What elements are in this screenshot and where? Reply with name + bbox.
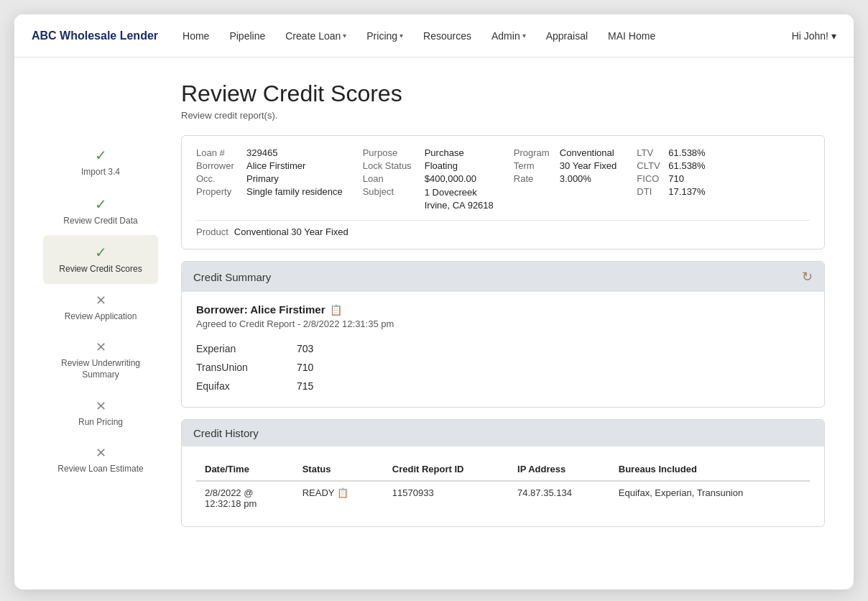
loan-label-borrower: Borrower (196, 160, 241, 171)
sidebar-item-run-pricing[interactable]: ✕ Run Pricing (43, 390, 158, 437)
loan-value-ltv: 61.538% (668, 147, 705, 158)
loan-label-product: Product (196, 226, 228, 237)
col-bureaus: Bureaus Included (610, 458, 810, 481)
check-icon: ✓ (95, 196, 107, 213)
loan-value-loan: $400,000.00 (425, 173, 476, 184)
main-content: ✓ Import 3.4 ✓ Review Credit Data ✓ Revi… (14, 58, 854, 561)
loan-label-subject: Subject (363, 186, 419, 212)
score-row-transunion: TransUnion 710 (196, 358, 810, 377)
loan-info-card: Loan # 329465 Borrower Alice Firstimer O… (181, 135, 825, 249)
loan-value-number: 329465 (246, 147, 277, 158)
loan-value-occ: Primary (246, 173, 279, 184)
loan-value-cltv: 61.538% (668, 160, 705, 171)
sidebar: ✓ Import 3.4 ✓ Review Credit Data ✓ Revi… (43, 138, 158, 538)
sidebar-item-review-underwriting[interactable]: ✕ Review Underwriting Summary (43, 331, 158, 389)
credit-summary-panel: Credit Summary ↻ Borrower: Alice Firstim… (181, 261, 825, 408)
sidebar-item-import[interactable]: ✓ Import 3.4 (43, 138, 158, 187)
loan-value-dti: 17.137% (668, 186, 705, 197)
status-badge: READY 📋 (303, 487, 349, 498)
loan-label-lockstatus: Lock Status (363, 160, 419, 171)
nav-resources[interactable]: Resources (416, 26, 479, 46)
loan-label-occ: Occ. (196, 173, 241, 184)
credit-history-header: Credit History (182, 420, 824, 446)
nav-admin[interactable]: Admin ▾ (484, 26, 533, 46)
score-row-experian: Experian 703 (196, 339, 810, 358)
loan-value-product: Conventional 30 Year Fixed (234, 226, 348, 237)
credit-summary-body: Borrower: Alice Firstimer 📋 Agreed to Cr… (182, 292, 824, 407)
loan-value-rate: 3.000% (560, 173, 591, 184)
sidebar-item-review-loan-estimate[interactable]: ✕ Review Loan Estimate (43, 436, 158, 484)
navbar: ABC Wholesale Lender Home Pipeline Creat… (14, 14, 854, 58)
credit-summary-title: Credit Summary (193, 271, 271, 283)
credit-history-panel: Credit History Date/Time Status Credit R… (181, 419, 825, 527)
loan-label-ltv: LTV (637, 147, 662, 158)
nav-home[interactable]: Home (175, 26, 216, 46)
sidebar-item-review-credit-data[interactable]: ✓ Review Credit Data (43, 187, 158, 236)
nav-pipeline[interactable]: Pipeline (222, 26, 272, 46)
cross-icon: ✕ (96, 445, 106, 461)
col-ip-address: IP Address (509, 458, 610, 481)
history-status: READY 📋 (294, 481, 384, 515)
cross-icon: ✕ (96, 339, 106, 355)
loan-label-property: Property (196, 186, 241, 197)
nav-appraisal[interactable]: Appraisal (539, 26, 595, 46)
loan-label-number: Loan # (196, 147, 241, 158)
cross-icon: ✕ (96, 293, 106, 308)
agreed-text: Agreed to Credit Report - 2/8/2022 12:31… (196, 318, 810, 329)
loan-value-lockstatus: Floating (425, 160, 458, 171)
nav-user[interactable]: Hi John! ▾ (792, 30, 836, 42)
nav-create-loan[interactable]: Create Loan ▾ (278, 26, 354, 46)
sidebar-item-review-credit-scores[interactable]: ✓ Review Credit Scores (43, 235, 158, 284)
history-ip-address: 74.87.35.134 (509, 481, 610, 515)
col-credit-report-id: Credit Report ID (384, 458, 509, 481)
document-icon: 📋 (337, 487, 348, 498)
loan-value-program: Conventional (560, 147, 614, 158)
check-icon: ✓ (95, 147, 107, 164)
brand-logo[interactable]: ABC Wholesale Lender (32, 29, 158, 42)
page-title: Review Credit Scores (181, 81, 825, 107)
credit-scores-table: Experian 703 TransUnion 710 Equifax 715 (196, 339, 810, 395)
credit-history-title: Credit History (193, 427, 259, 439)
nav-pricing[interactable]: Pricing ▾ (359, 26, 410, 46)
history-credit-report-id: 11570933 (384, 481, 509, 515)
loan-value-purpose: Purchase (425, 147, 464, 158)
loan-label-dti: DTI (637, 186, 662, 197)
loan-label-purpose: Purpose (363, 147, 419, 158)
page-area: Review Credit Scores Review credit repor… (181, 81, 825, 538)
history-row: 2/8/2022 @12:32:18 pm READY 📋 11570933 7… (196, 481, 810, 515)
history-bureaus: Equifax, Experian, Transunion (610, 481, 810, 515)
refresh-icon[interactable]: ↻ (802, 269, 813, 285)
loan-label-loan: Loan (363, 173, 419, 184)
document-icon: 📋 (330, 304, 342, 316)
loan-label-term: Term (514, 160, 554, 171)
loan-label-fico: FICO (637, 173, 662, 184)
nav-mai-home[interactable]: MAI Home (601, 26, 662, 46)
col-status: Status (294, 458, 384, 481)
score-row-equifax: Equifax 715 (196, 377, 810, 395)
loan-label-program: Program (514, 147, 554, 158)
history-datetime: 2/8/2022 @12:32:18 pm (196, 481, 294, 515)
borrower-name: Borrower: Alice Firstimer 📋 (196, 303, 810, 316)
history-table: Date/Time Status Credit Report ID IP Add… (196, 458, 810, 515)
loan-value-term: 30 Year Fixed (560, 160, 617, 171)
cross-icon: ✕ (96, 398, 106, 414)
sidebar-item-review-application[interactable]: ✕ Review Application (43, 284, 158, 331)
loan-value-fico: 710 (668, 173, 684, 184)
loan-label-cltv: CLTV (637, 160, 662, 171)
loan-label-rate: Rate (514, 173, 554, 184)
loan-value-subject: 1 DovecreekIrvine, CA 92618 (425, 186, 494, 212)
check-icon: ✓ (95, 244, 107, 261)
loan-value-property: Single family residence (246, 186, 343, 197)
credit-history-body: Date/Time Status Credit Report ID IP Add… (182, 446, 824, 526)
loan-value-borrower: Alice Firstimer (246, 160, 305, 171)
credit-summary-header: Credit Summary ↻ (182, 262, 824, 292)
page-subtitle: Review credit report(s). (181, 110, 825, 121)
col-datetime: Date/Time (196, 458, 294, 481)
